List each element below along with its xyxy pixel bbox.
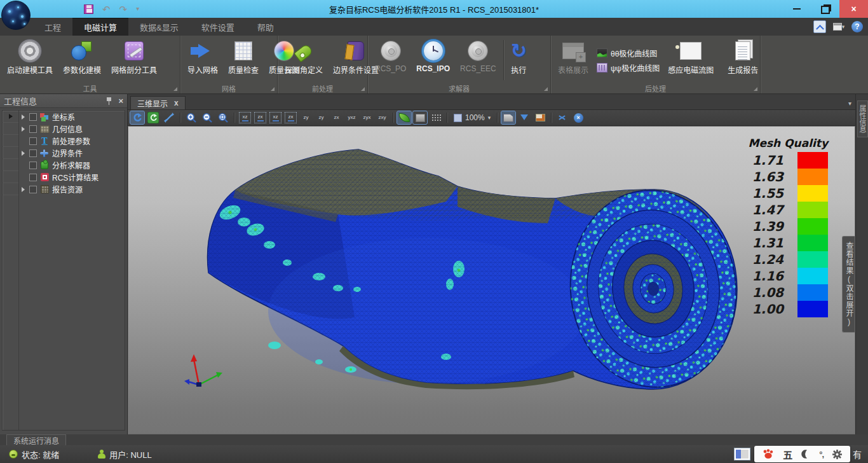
view-iso2-icon[interactable]: yxz (345, 111, 358, 124)
close-button[interactable]: × (839, 0, 868, 18)
tree-item-coordinate-system[interactable]: 坐标系 (19, 111, 125, 123)
capture-view-icon[interactable] (501, 111, 515, 124)
tree-item-geometry-info[interactable]: 几何信息 (19, 123, 125, 135)
expander-icon[interactable] (22, 114, 27, 120)
tree-item-rcs-results[interactable]: RCS计算结果 (19, 171, 125, 183)
result-icon (39, 172, 50, 183)
view-results-vertical-tab[interactable]: 查看结果(双击展开) (842, 236, 855, 333)
ime-toolbar: 五 °, (754, 446, 850, 462)
checkbox[interactable] (29, 162, 37, 169)
checkbox[interactable] (29, 174, 37, 181)
ime-halfmoon-icon[interactable] (801, 449, 811, 459)
rcs-eec-button[interactable]: RCS_EEC (456, 38, 501, 83)
close-view-icon[interactable]: × (571, 111, 585, 124)
system-messages-tab[interactable]: 系统运行消息 (6, 434, 66, 445)
tree-item-analysis-solver[interactable]: 分析求解器 (19, 159, 125, 171)
view-iso3-icon[interactable]: zyx (360, 111, 374, 124)
tabbar-menu-icon[interactable]: ▾ (848, 100, 851, 107)
restore-button[interactable] (811, 0, 839, 18)
tab-close-icon[interactable]: x (174, 99, 179, 107)
flat-shade-icon[interactable] (413, 111, 427, 124)
tree-item-boundary-condition[interactable]: 边界条件 (19, 147, 125, 159)
expander-icon[interactable] (22, 127, 27, 132)
induced-em-current-button[interactable]: 感应电磁流图 (663, 38, 718, 83)
layout-left-icon[interactable] (734, 448, 750, 460)
checkbox[interactable] (29, 125, 37, 133)
tree-item-preprocess-params[interactable]: T 前处理参数 (19, 135, 125, 147)
dialog-launcher-icon[interactable] (173, 87, 177, 91)
zoom-fit-icon[interactable] (216, 111, 230, 124)
dialog-launcher-icon[interactable] (361, 87, 365, 91)
view-bottom-icon[interactable]: zy (315, 111, 328, 124)
dialog-launcher-icon[interactable] (271, 87, 275, 91)
quality-check-button[interactable]: 质量检查 (224, 38, 263, 83)
dialog-launcher-icon[interactable] (754, 87, 757, 91)
checkbox[interactable] (29, 113, 37, 121)
menubar: 工程 电磁计算 数据&显示 软件设置 帮助 ▾ ? (0, 18, 868, 36)
export-down-icon[interactable] (517, 111, 531, 124)
checkbox[interactable] (29, 149, 37, 157)
help-icon[interactable]: ? (851, 21, 863, 32)
zoom-level-control[interactable]: 100% ▾ (451, 113, 493, 122)
tab-data-display[interactable]: 数据&显示 (128, 18, 190, 36)
generate-report-button[interactable]: 生成报告 (723, 38, 763, 83)
layers-window-icon[interactable] (533, 111, 547, 124)
view-left-icon[interactable]: xz (269, 111, 282, 124)
tab-3d-display[interactable]: 三维显示 x (130, 96, 186, 109)
ime-logo-paw-icon[interactable] (762, 448, 775, 460)
ime-settings-gear-icon[interactable] (832, 449, 843, 460)
expander-icon[interactable] (22, 187, 27, 192)
launch-modeling-tool-button[interactable]: 启动建模工具 (3, 38, 57, 83)
table-display-button[interactable]: 表格展示 (553, 38, 593, 83)
window-style-icon[interactable]: ▾ (832, 20, 845, 33)
app-logo[interactable] (1, 1, 31, 30)
rcs-ipo-button[interactable]: RCS_IPO (412, 38, 454, 83)
share-icon[interactable] (555, 111, 569, 124)
minimize-button[interactable] (782, 0, 811, 18)
panel-close-icon[interactable]: × (118, 97, 123, 105)
pin-icon[interactable] (106, 97, 112, 105)
pan-resize-icon[interactable] (162, 111, 176, 124)
property-info-vertical-tab[interactable]: 属性信息 (857, 100, 868, 137)
view-back-icon[interactable]: zx (254, 111, 267, 124)
tab-project[interactable]: 工程 (33, 18, 72, 36)
collapse-ribbon-icon[interactable] (813, 20, 826, 33)
refresh-view-icon[interactable] (146, 111, 160, 124)
checkbox[interactable] (29, 186, 37, 193)
checkbox[interactable] (29, 137, 37, 145)
view-right-icon[interactable]: zx (284, 111, 297, 124)
legend-swatch (797, 251, 828, 268)
dialog-launcher-icon[interactable] (544, 87, 548, 91)
zoom-dropdown-icon[interactable]: ▾ (488, 114, 491, 121)
probe-angle-button[interactable]: 探测角定义 (280, 38, 327, 83)
zoom-in-icon[interactable] (184, 111, 198, 124)
ime-punctuation-button[interactable]: °, (819, 450, 824, 459)
legend-title: Mesh Quality (701, 137, 828, 149)
rcs-po-button[interactable]: RCS_PO (370, 38, 410, 83)
expander-icon[interactable] (22, 151, 27, 156)
view-iso4-icon[interactable]: zxy (376, 111, 389, 124)
rotate-view-icon[interactable] (130, 111, 144, 124)
parametric-modeling-button[interactable]: 参数化建模 (58, 38, 105, 83)
theta-polarization-curve-button[interactable]: θθ极化曲线图 (594, 47, 662, 59)
wireframe-icon[interactable] (429, 111, 443, 124)
refresh-icon: ↻ (511, 41, 527, 60)
mesh-partition-tool-button[interactable]: 网格剖分工具 (107, 38, 161, 83)
tree-item-report-resources[interactable]: 报告资源 (19, 183, 125, 195)
smooth-shade-icon[interactable] (397, 111, 411, 124)
window-controls: × (782, 0, 868, 18)
psi-polarization-curve-button[interactable]: ψψ极化曲线图 (594, 62, 662, 74)
view-top-icon[interactable]: zy (299, 111, 313, 124)
legend-row: 1.00 (701, 301, 828, 317)
import-mesh-button[interactable]: 导入网格 (183, 38, 222, 83)
viewport-3d[interactable]: Mesh Quality 1.71 1.63 1.55 1.47 1.39 1.… (128, 126, 855, 434)
ime-mode-button[interactable]: 五 (783, 448, 792, 461)
view-front-icon[interactable]: xz (238, 111, 252, 124)
ribbon-group-mesh: 导入网格 质量检查 质量云图 网格 (180, 36, 278, 93)
zoom-out-icon[interactable] (200, 111, 214, 124)
view-iso1-icon[interactable]: zx (330, 111, 343, 124)
tab-em-compute[interactable]: 电磁计算 (72, 18, 128, 36)
tab-help[interactable]: 帮助 (246, 18, 285, 36)
tab-settings[interactable]: 软件设置 (190, 18, 246, 36)
execute-button[interactable]: ↻ 执行 (506, 38, 531, 83)
